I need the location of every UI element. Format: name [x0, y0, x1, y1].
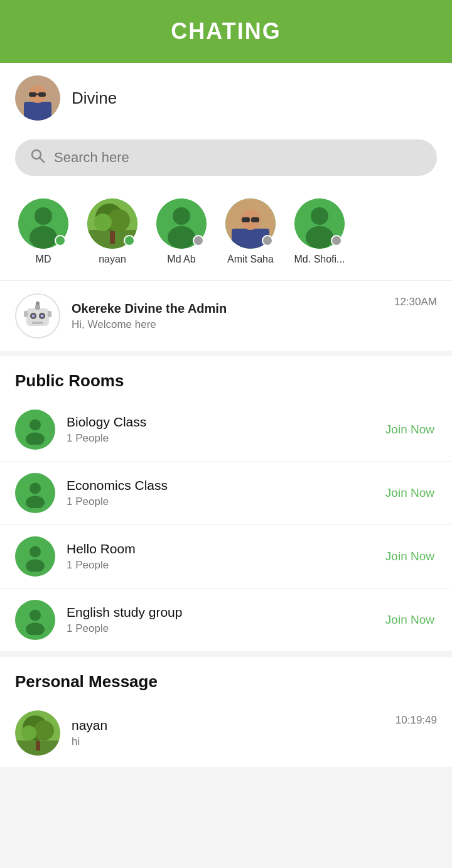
- room-avatar: [15, 473, 55, 513]
- contact-item-md[interactable]: MD: [15, 198, 72, 265]
- svg-point-37: [36, 301, 40, 305]
- personal-info: nayan hi: [72, 718, 384, 748]
- personal-message-text: hi: [72, 735, 384, 748]
- contact-avatar-wrap: [87, 198, 137, 249]
- contacts-strip: MD nayan Md Ab Amit Saha Md. Shofi...: [0, 188, 452, 281]
- join-now-button[interactable]: Join Now: [383, 418, 437, 442]
- svg-rect-3: [29, 92, 36, 97]
- contact-status-dot: [193, 235, 204, 246]
- room-name: Economics Class: [67, 478, 372, 493]
- personal-list: nayan hi 10:19:49: [0, 699, 452, 767]
- bot-avatar: [15, 293, 60, 339]
- svg-rect-30: [48, 311, 51, 317]
- bot-name: Okereke Divine the Admin: [72, 301, 383, 316]
- room-avatar: [15, 410, 55, 450]
- svg-point-41: [26, 496, 45, 509]
- bot-info: Okereke Divine the Admin Hi, Welcome her…: [72, 301, 383, 331]
- svg-point-34: [41, 315, 44, 318]
- svg-rect-29: [24, 311, 28, 317]
- svg-point-44: [30, 610, 41, 621]
- svg-point-43: [26, 560, 45, 572]
- contact-status-dot: [262, 235, 273, 246]
- room-list: Biology Class 1 People Join Now Economic…: [0, 398, 452, 652]
- contact-status-dot: [55, 235, 66, 246]
- contact-name: MD: [36, 254, 51, 265]
- contact-name: Md Ab: [167, 254, 195, 265]
- search-container: [0, 133, 452, 188]
- contact-item-nayan[interactable]: nayan: [84, 198, 141, 265]
- svg-point-38: [30, 420, 41, 431]
- app-title: CHATING: [171, 18, 281, 45]
- room-name: English study group: [67, 605, 372, 620]
- contact-name: Md. Shofi...: [294, 254, 345, 265]
- svg-point-15: [94, 214, 112, 231]
- bot-message-text: Hi, Welcome here: [72, 318, 383, 331]
- join-now-button[interactable]: Join Now: [383, 545, 437, 568]
- contact-name: nayan: [99, 254, 126, 265]
- search-icon: [30, 148, 45, 167]
- contact-item-mdshofiul[interactable]: Md. Shofi...: [291, 198, 348, 265]
- svg-rect-23: [242, 217, 250, 222]
- personal-message-section: Personal Message nayan hi 10:19:49: [0, 657, 452, 767]
- contact-avatar-wrap: [156, 198, 207, 249]
- svg-rect-51: [36, 741, 40, 751]
- svg-rect-4: [38, 92, 46, 97]
- svg-point-33: [32, 315, 35, 318]
- svg-point-26: [311, 207, 328, 225]
- room-people: 1 People: [67, 496, 372, 508]
- room-name: Biology Class: [67, 415, 372, 430]
- room-info: Biology Class 1 People: [67, 415, 372, 445]
- svg-point-50: [21, 725, 36, 741]
- contact-avatar-wrap: [294, 198, 345, 249]
- svg-point-49: [34, 720, 54, 741]
- svg-point-19: [168, 226, 195, 249]
- join-now-button[interactable]: Join Now: [383, 481, 437, 505]
- contact-avatar-wrap: [18, 198, 68, 249]
- svg-point-45: [26, 623, 45, 636]
- user-row: Divine: [0, 63, 452, 133]
- room-info: Hello Room 1 People: [67, 541, 372, 572]
- room-avatar: [15, 600, 55, 640]
- room-item: Economics Class 1 People Join Now: [0, 462, 452, 525]
- svg-point-40: [30, 483, 41, 494]
- room-info: Economics Class 1 People: [67, 478, 372, 508]
- bot-time: 12:30AM: [394, 296, 437, 308]
- room-item: English study group 1 People Join Now: [0, 589, 452, 652]
- join-now-button[interactable]: Join Now: [383, 608, 437, 632]
- svg-rect-36: [35, 305, 40, 310]
- svg-line-7: [40, 158, 45, 163]
- svg-rect-1: [24, 102, 51, 121]
- svg-rect-24: [251, 217, 259, 222]
- user-name: Divine: [72, 89, 117, 108]
- contact-item-amitsaha[interactable]: Amit Saha: [222, 198, 279, 265]
- personal-avatar: [15, 710, 60, 756]
- search-input[interactable]: [54, 149, 422, 166]
- svg-rect-35: [32, 322, 43, 324]
- contact-name: Amit Saha: [227, 254, 274, 265]
- contact-status-dot: [124, 235, 135, 246]
- personal-name: nayan: [72, 718, 384, 733]
- app-header: CHATING: [0, 0, 452, 63]
- contact-item-mdab[interactable]: Md Ab: [153, 198, 210, 265]
- avatar: [15, 75, 60, 121]
- svg-point-42: [30, 546, 41, 558]
- personal-message-header: Personal Message: [0, 657, 452, 699]
- personal-message-item[interactable]: nayan hi 10:19:49: [0, 699, 452, 767]
- room-people: 1 People: [67, 432, 372, 445]
- svg-point-39: [26, 433, 45, 445]
- search-bar[interactable]: [15, 139, 437, 176]
- svg-rect-16: [110, 231, 115, 244]
- svg-point-27: [306, 226, 333, 249]
- room-item: Biology Class 1 People Join Now: [0, 398, 452, 462]
- personal-time: 10:19:49: [396, 714, 437, 727]
- svg-point-9: [35, 207, 52, 225]
- svg-point-18: [173, 207, 190, 225]
- contact-status-dot: [331, 235, 342, 246]
- contact-avatar-wrap: [225, 198, 276, 249]
- room-item: Hello Room 1 People Join Now: [0, 525, 452, 589]
- bot-message-item[interactable]: Okereke Divine the Admin Hi, Welcome her…: [0, 281, 452, 351]
- room-avatar: [15, 536, 55, 577]
- svg-point-10: [30, 226, 57, 249]
- room-people: 1 People: [67, 559, 372, 572]
- public-rooms-header: Public Rooms: [0, 356, 452, 398]
